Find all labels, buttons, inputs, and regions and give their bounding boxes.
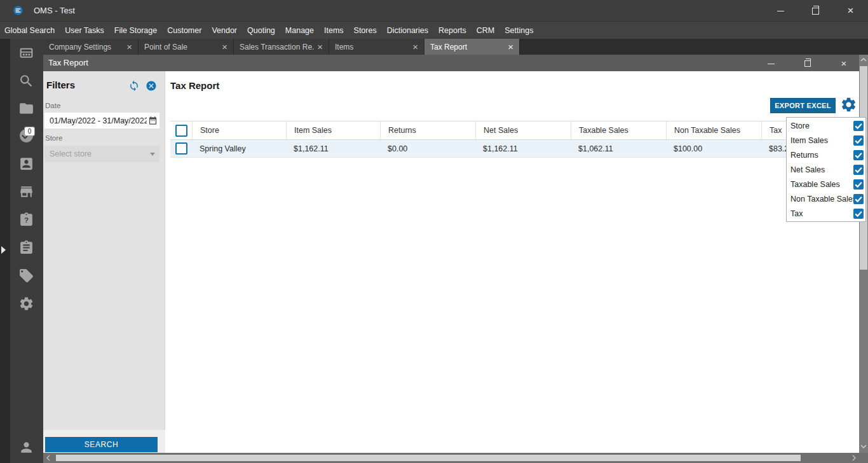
restore-button[interactable]: [798, 0, 833, 21]
column-header-non-taxable-sales[interactable]: Non Taxable Sales: [666, 121, 761, 139]
menu-item-dictionaries[interactable]: Dictionaries: [382, 26, 433, 35]
sidebar-contact-card-icon[interactable]: [18, 156, 34, 172]
column-header-net-sales[interactable]: Net Sales: [475, 121, 571, 139]
horizontal-scrollbar-thumb[interactable]: [56, 455, 801, 461]
cell-net-sales: $1,162.11: [475, 140, 571, 157]
sidebar-tag-icon[interactable]: [18, 268, 34, 284]
clear-filters-icon[interactable]: [146, 80, 157, 92]
tab-label: Sales Transaction Re...: [240, 43, 315, 52]
menu-item-settings[interactable]: Settings: [499, 26, 538, 35]
row-checkbox[interactable]: [175, 142, 187, 155]
chooser-checkbox-checked[interactable]: [853, 150, 864, 160]
sidebar-user-icon[interactable]: [18, 439, 34, 455]
menu-item-crm[interactable]: CRM: [471, 26, 499, 35]
close-icon: ×: [848, 5, 854, 16]
chooser-item-label: Tax: [790, 209, 853, 218]
tab-items[interactable]: Items×: [329, 39, 424, 55]
chooser-item-label: Store: [790, 121, 853, 130]
sidebar-search-icon[interactable]: [18, 73, 34, 89]
select-all-checkbox[interactable]: [175, 125, 187, 137]
tab-close-icon[interactable]: ×: [508, 42, 513, 52]
task-count-badge: 0: [24, 127, 35, 136]
menu-item-user-tasks[interactable]: User Tasks: [60, 26, 109, 35]
chooser-item-returns[interactable]: Returns: [787, 148, 865, 162]
minimize-button[interactable]: [763, 0, 798, 21]
menu-item-vendor[interactable]: Vendor: [207, 26, 242, 35]
tab-close-icon[interactable]: ×: [222, 42, 227, 52]
inner-close-button[interactable]: ×: [834, 55, 853, 71]
tab-label: Items: [335, 43, 410, 52]
sidebar-clipboard-list-icon[interactable]: [18, 240, 34, 256]
chooser-item-item-sales[interactable]: Item Sales: [787, 133, 865, 148]
column-chooser-gear-icon[interactable]: [840, 96, 857, 113]
sidebar-store-icon[interactable]: [18, 184, 34, 200]
scroll-down-arrow-icon[interactable]: [860, 444, 867, 449]
store-select[interactable]: Select store: [44, 146, 159, 162]
store-select-placeholder: Select store: [50, 149, 92, 158]
calendar-icon[interactable]: [148, 116, 158, 125]
date-range-input[interactable]: [44, 113, 159, 128]
column-header-item-sales[interactable]: Item Sales: [286, 121, 380, 139]
document-tab-bar: Company Settings×Point of Sale×Sales Tra…: [43, 39, 868, 55]
tab-label: Tax Report: [430, 43, 505, 52]
menu-item-reports[interactable]: Reports: [433, 26, 471, 35]
cell-non-taxable-sales: $100.00: [666, 140, 761, 157]
chooser-checkbox-checked[interactable]: [853, 194, 864, 204]
search-button[interactable]: SEARCH: [45, 437, 158, 452]
menu-item-file-storage[interactable]: File Storage: [109, 26, 162, 35]
chooser-item-non-taxable-sales[interactable]: Non Taxable Sales: [787, 191, 865, 206]
menu-item-global-search[interactable]: Global Search: [4, 26, 60, 35]
cell-store: Spring Valley: [192, 140, 286, 157]
minimize-icon: [777, 11, 784, 11]
sidebar-folder-icon[interactable]: [18, 100, 34, 116]
tab-label: Point of Sale: [144, 43, 219, 52]
inner-minimize-button[interactable]: [761, 55, 780, 71]
chooser-checkbox-checked[interactable]: [853, 165, 864, 175]
app-title-bar: OMS - Test ×: [0, 0, 868, 21]
table-row[interactable]: Spring Valley$1,162.11$0.00$1,162.11$1,0…: [170, 140, 859, 158]
inner-window-title: Tax Report: [48, 58, 88, 67]
chooser-item-tax[interactable]: Tax: [787, 206, 865, 221]
inner-restore-button[interactable]: [798, 55, 817, 71]
menu-item-customer[interactable]: Customer: [162, 26, 207, 35]
menu-item-quoting[interactable]: Quoting: [242, 26, 280, 35]
column-header-taxable-sales[interactable]: Taxable Sales: [571, 121, 666, 139]
tab-company-settings[interactable]: Company Settings×: [43, 39, 139, 55]
scroll-right-arrow-icon[interactable]: [851, 455, 857, 461]
svg-text:?: ?: [24, 217, 29, 225]
chooser-checkbox-checked[interactable]: [853, 209, 864, 219]
tab-label: Company Settings: [49, 43, 124, 52]
sidebar-expander-arrow-icon[interactable]: [1, 246, 6, 254]
window-controls: ×: [763, 0, 868, 21]
scroll-up-arrow-icon[interactable]: [860, 57, 867, 62]
tab-close-icon[interactable]: ×: [317, 42, 323, 52]
chooser-item-taxable-sales[interactable]: Taxable Sales: [787, 177, 865, 191]
sidebar-pos-panel-icon[interactable]: [18, 45, 34, 61]
column-header-returns[interactable]: Returns: [380, 121, 475, 139]
chooser-checkbox-checked[interactable]: [853, 121, 864, 131]
sidebar-settings-gear-icon[interactable]: [18, 296, 34, 312]
store-filter-label: Store: [45, 134, 63, 142]
tab-close-icon[interactable]: ×: [412, 42, 418, 52]
menu-item-items[interactable]: Items: [319, 26, 349, 35]
chooser-checkbox-checked[interactable]: [853, 179, 864, 190]
tab-close-icon[interactable]: ×: [126, 42, 132, 52]
menu-item-manage[interactable]: Manage: [280, 26, 319, 35]
chooser-item-net-sales[interactable]: Net Sales: [787, 162, 865, 177]
chooser-checkbox-checked[interactable]: [853, 135, 864, 146]
export-excel-button[interactable]: EXPORT EXCEL: [770, 98, 836, 113]
close-button[interactable]: ×: [833, 0, 868, 21]
scroll-left-arrow-icon[interactable]: [46, 455, 51, 461]
cell-returns: $0.00: [380, 140, 475, 157]
column-header-store[interactable]: Store: [192, 121, 286, 139]
tab-point-of-sale[interactable]: Point of Sale×: [139, 39, 234, 55]
sidebar-clipboard-question-icon[interactable]: ?: [18, 212, 34, 228]
store-select-caret-icon: [150, 153, 155, 156]
refresh-filters-icon[interactable]: [128, 80, 140, 92]
menu-item-stores[interactable]: Stores: [349, 26, 382, 35]
tab-tax-report[interactable]: Tax Report×: [424, 39, 520, 55]
tax-report-table: StoreItem SalesReturnsNet SalesTaxable S…: [170, 121, 859, 158]
chooser-item-store[interactable]: Store: [787, 118, 865, 133]
inner-minimize-icon: [768, 64, 775, 64]
tab-sales-transaction-re[interactable]: Sales Transaction Re...×: [234, 39, 329, 55]
